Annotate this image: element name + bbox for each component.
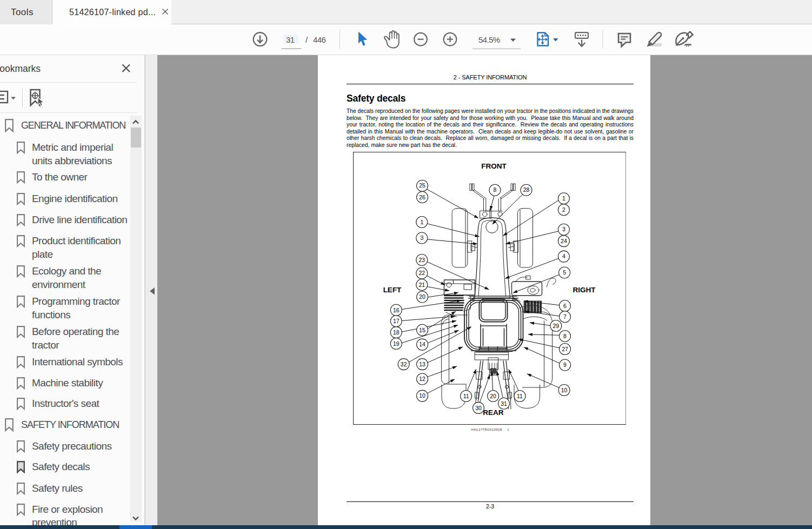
svg-text:25: 25 [419,182,425,189]
svg-text:20: 20 [419,293,425,300]
svg-text:12: 12 [419,376,425,382]
svg-text:3: 3 [562,226,565,232]
svg-text:32: 32 [400,361,407,367]
svg-text:21: 21 [418,282,425,288]
svg-text:6: 6 [563,303,567,309]
svg-text:LEFT: LEFT [383,286,401,294]
svg-text:27: 27 [562,346,568,352]
svg-text:8: 8 [563,333,567,339]
svg-text:18: 18 [392,329,399,336]
svg-text:10: 10 [419,392,425,399]
svg-text:10: 10 [561,387,567,393]
svg-text:13: 13 [419,361,425,367]
svg-text:2: 2 [562,206,565,213]
svg-text:7: 7 [563,313,567,320]
svg-text:29: 29 [553,323,559,329]
svg-text:19: 19 [392,340,399,347]
svg-text:16: 16 [392,307,399,313]
svg-text:31: 31 [501,400,507,407]
svg-text:20: 20 [490,393,496,399]
svg-text:17: 17 [392,318,399,324]
svg-text:14: 14 [419,341,425,347]
svg-text:28: 28 [523,186,529,193]
svg-text:REAR: REAR [483,409,504,417]
svg-text:5: 5 [563,269,566,276]
svg-text:15: 15 [419,327,425,333]
svg-text:8: 8 [493,186,496,193]
svg-text:FRONT: FRONT [481,162,507,170]
svg-text:30: 30 [475,405,482,411]
svg-text:3: 3 [420,235,423,241]
svg-text:22: 22 [418,270,425,276]
svg-text:23: 23 [418,257,425,263]
svg-text:24: 24 [561,238,567,244]
svg-text:RIGHT: RIGHT [573,286,596,294]
svg-text:1: 1 [562,195,565,202]
svg-text:1: 1 [420,219,423,225]
svg-text:26: 26 [419,194,425,200]
svg-text:4: 4 [562,253,565,259]
svg-text:9: 9 [563,361,567,368]
svg-text:11: 11 [517,393,523,399]
svg-text:11: 11 [463,393,469,399]
